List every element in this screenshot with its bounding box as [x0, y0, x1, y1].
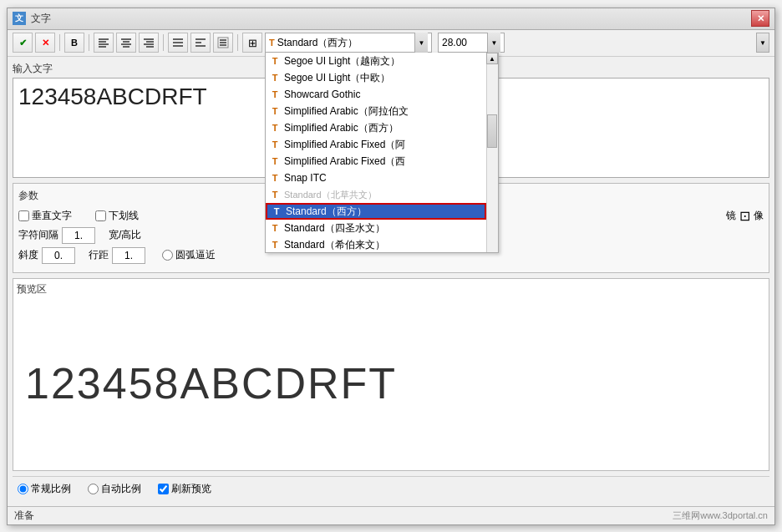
align-center-icon [120, 38, 132, 48]
list-item[interactable]: T Standard（四圣水文） [266, 220, 486, 236]
vertical-text-checkbox[interactable]: 垂直文字 [18, 209, 72, 223]
mirror-label2: 像 [754, 209, 764, 223]
font-name: Showcard Gothic [284, 89, 360, 100]
bottom-options: 常规比例 自动比例 刷新预览 [13, 476, 769, 501]
font-dropdown-container: T Standard（西方） ▼ ▲ T Segoe UI Light（越南文）… [265, 33, 432, 53]
font-options-button[interactable]: ⊞ [242, 33, 262, 53]
watermark: 三维网www.3dportal.cn [673, 509, 768, 522]
list-item[interactable]: T Standard（希伯来文） [266, 236, 486, 253]
font-dropdown-list[interactable]: ▲ T Segoe UI Light（越南文） T Segoe UI Light… [265, 53, 499, 253]
justify1-icon [172, 38, 184, 48]
main-window: 文 文字 ✕ ✔ ✕ B ⊞ [7, 8, 775, 525]
scale-normal-radio[interactable]: 常规比例 [18, 482, 71, 496]
font-dropdown-arrow[interactable]: ▼ [414, 33, 428, 53]
align-right-button[interactable] [139, 33, 159, 53]
separator-4 [237, 34, 238, 51]
line-spacing-input[interactable] [112, 247, 145, 264]
scroll-track [487, 64, 498, 253]
slant-input[interactable] [42, 247, 75, 264]
vertical-text-input[interactable] [18, 210, 29, 221]
refresh-label: 刷新预览 [171, 482, 211, 496]
font-dropdown[interactable]: T Standard（西方） ▼ [265, 33, 432, 53]
preview-section: 预览区 123458ABCDRFT [13, 278, 769, 471]
radio-arc[interactable]: 圆弧逼近 [162, 248, 216, 262]
refresh-input[interactable] [158, 484, 169, 494]
font-dropdown-icon: T [269, 38, 275, 48]
list-item[interactable]: T Segoe UI Light（中欧） [266, 69, 486, 86]
extra-dropdown-arrow[interactable]: ▼ [756, 33, 769, 53]
refresh-checkbox[interactable]: 刷新预览 [158, 482, 211, 496]
extra-arrow: ▼ [756, 33, 769, 53]
justify2-icon [195, 38, 206, 48]
scale-auto-radio[interactable]: 自动比例 [88, 482, 141, 496]
justify3-icon [217, 37, 229, 48]
list-item[interactable]: T Showcard Gothic [266, 86, 486, 103]
font-icon: T [269, 105, 281, 117]
mirror-icon: ⊡ [739, 208, 750, 224]
font-icon: T [269, 239, 281, 251]
underline-label: 下划线 [109, 209, 139, 223]
char-spacing-label: 字符间隔 [18, 228, 58, 242]
font-name: Segoe UI Light（越南文） [284, 54, 400, 68]
cancel-button[interactable]: ✕ [35, 33, 55, 53]
bold-button[interactable]: B [64, 33, 84, 53]
font-name: Simplified Arabic（阿拉伯文 [284, 104, 409, 119]
arc-label: 圆弧逼近 [175, 248, 216, 262]
text-input-value: 123458ABCDRFT [18, 84, 207, 110]
list-item[interactable]: T Simplified Arabic（西方） [266, 119, 486, 136]
scale-auto-label: 自动比例 [101, 482, 141, 496]
char-spacing-input[interactable] [62, 227, 95, 244]
font-icon: T [271, 205, 282, 217]
scroll-up-button[interactable]: ▲ [486, 53, 498, 64]
font-name: Simplified Arabic Fixed（西 [284, 155, 405, 169]
font-icon: T [269, 55, 281, 67]
title-bar-left: 文 文字 [13, 12, 51, 26]
preview-content: 123458ABCDRFT [17, 300, 765, 467]
font-icon: T [269, 222, 281, 234]
line-spacing-field: 行距 [89, 247, 145, 264]
ok-button[interactable]: ✔ [13, 33, 33, 53]
width-height-label: 宽/高比 [109, 228, 141, 242]
justify2-button[interactable] [190, 33, 211, 53]
font-dropdown-value: Standard（西方） [277, 36, 358, 50]
align-center-button[interactable] [116, 33, 136, 53]
font-icon: T [269, 155, 281, 167]
font-name: Snap ITC [284, 172, 327, 184]
list-item[interactable]: T Simplified Arabic（阿拉伯文 [266, 103, 486, 119]
font-size-dropdown[interactable]: 28.00 ▼ [438, 33, 505, 53]
underline-input[interactable] [95, 210, 106, 221]
char-spacing-field: 字符间隔 [18, 227, 95, 244]
preview-text: 123458ABCDRFT [25, 362, 397, 405]
scale-normal-label: 常规比例 [31, 482, 71, 496]
list-item-selected[interactable]: T Standard（西方） [266, 203, 486, 220]
font-name: Segoe UI Light（中欧） [284, 71, 390, 85]
align-right-icon [143, 38, 155, 48]
radio-arc-input[interactable] [162, 250, 173, 261]
line-spacing-label: 行距 [89, 248, 109, 262]
font-name: Simplified Arabic（西方） [284, 121, 399, 135]
underline-checkbox[interactable]: 下划线 [95, 209, 139, 223]
arc-radio-group: 圆弧逼近 [162, 248, 216, 262]
font-name: Standard（希伯来文） [284, 238, 385, 252]
list-item[interactable]: T Segoe UI Light（越南文） [266, 53, 486, 69]
list-item[interactable]: T Snap ITC [266, 170, 486, 186]
separator-3 [163, 34, 164, 51]
list-item[interactable]: T Standard（北草共文） [266, 186, 486, 203]
justify3-button[interactable] [213, 33, 233, 53]
list-item[interactable]: T Simplified Arabic Fixed（阿 [266, 136, 486, 153]
list-item[interactable]: T Simplified Arabic Fixed（西 [266, 153, 486, 170]
justify1-button[interactable] [168, 33, 188, 53]
font-icon: T [269, 189, 281, 200]
scale-normal-input[interactable] [18, 484, 28, 494]
font-size-arrow[interactable]: ▼ [487, 33, 500, 53]
slant-label: 斜度 [18, 248, 38, 262]
scroll-thumb[interactable] [487, 114, 497, 148]
status-text: 准备 [14, 509, 34, 523]
close-button[interactable]: ✕ [751, 10, 769, 27]
align-left-button[interactable] [94, 33, 114, 53]
title-bar: 文 文字 ✕ [8, 8, 774, 30]
window-title: 文字 [31, 12, 51, 26]
scale-auto-input[interactable] [88, 484, 99, 494]
window-icon: 文 [13, 12, 26, 25]
font-name: Simplified Arabic Fixed（阿 [284, 138, 405, 152]
